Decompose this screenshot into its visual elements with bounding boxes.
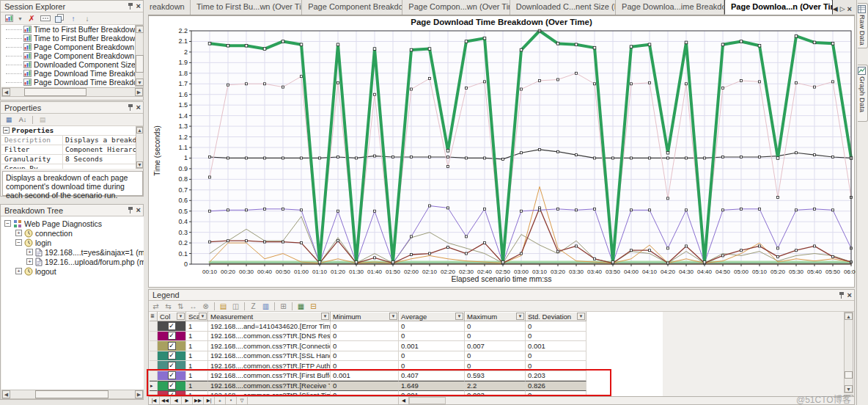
- combine-graphs-icon[interactable]: ⇅: [175, 302, 186, 311]
- session-tree-item[interactable]: Time to First Buffer Breakdown: [1, 25, 135, 34]
- legend-vscrollbar[interactable]: ▲ ▼: [844, 312, 853, 393]
- pin-icon[interactable]: [128, 207, 133, 214]
- cross-with-result-icon[interactable]: ⇆: [163, 302, 174, 311]
- close-icon[interactable]: ×: [136, 207, 141, 214]
- row-selector-cell[interactable]: [150, 371, 158, 382]
- column-header-average[interactable]: Average▼: [399, 312, 465, 321]
- column-header-std-deviation[interactable]: Std. Deviation▼: [526, 312, 586, 321]
- copy-icon[interactable]: ⊞: [278, 302, 289, 311]
- move-down-icon[interactable]: ↓: [81, 13, 93, 23]
- pin-icon[interactable]: [128, 104, 133, 111]
- sort-az-icon[interactable]: A↓: [17, 114, 29, 125]
- legend-row[interactable]: ✓1192.168....common.css?TtR.[FTP Authent…: [150, 361, 663, 371]
- nav-next-icon[interactable]: ▶: [182, 397, 193, 404]
- row-selector-cell[interactable]: ▸: [150, 381, 158, 391]
- row-selector-cell[interactable]: [150, 351, 158, 362]
- graph-tab[interactable]: Page Component Breakdown: [302, 0, 402, 15]
- breakdown-tree-item[interactable]: −login: [1, 238, 144, 247]
- filter-dropdown-icon[interactable]: ▼: [177, 313, 185, 320]
- series-visible-checkbox[interactable]: ✓: [168, 351, 176, 360]
- nav-next-page-icon[interactable]: ▶▶: [193, 397, 204, 404]
- remove-filter-icon[interactable]: ⊗: [200, 302, 211, 311]
- row-selector-cell[interactable]: [150, 341, 158, 351]
- duplicate-icon[interactable]: [54, 13, 65, 23]
- save-icon[interactable]: ◫: [230, 302, 241, 311]
- series-visible-checkbox[interactable]: ✓: [168, 322, 176, 330]
- graph-tab[interactable]: Page Downloa...ime Breakdown: [616, 0, 724, 15]
- legend-row[interactable]: ▸✓1192.168....common.css?TtR.[Receive Ti…: [150, 381, 663, 391]
- pin-icon[interactable]: [128, 3, 133, 10]
- session-tree-item[interactable]: Page Component Breakdown (Over: [1, 51, 135, 60]
- nav-insert-icon[interactable]: +: [215, 397, 226, 404]
- column-header-measurement[interactable]: Measurement▼: [208, 312, 331, 321]
- dropdown-arrow-icon[interactable]: ▼: [17, 13, 23, 23]
- categorized-icon[interactable]: ▦: [3, 114, 15, 125]
- breakdown-tree-item[interactable]: +logout: [1, 266, 144, 276]
- session-tree-item[interactable]: Page Download Time Breakdown: [1, 69, 135, 78]
- graph-tab[interactable]: reakdown: [148, 0, 191, 15]
- session-tree-hscrollbar[interactable]: ◀ ▶: [1, 87, 144, 97]
- row-selector-cell[interactable]: [150, 321, 158, 332]
- side-tab-graph-data[interactable]: Graph Data: [858, 65, 868, 122]
- filter-dropdown-icon[interactable]: ▼: [199, 313, 207, 320]
- nav-first-icon[interactable]: |◀: [149, 397, 160, 404]
- legend-row[interactable]: ✓1192.168....common.css?TtR.[SSL Handsha…: [150, 351, 663, 362]
- graph-tab[interactable]: Time to First Bu...wn (Over Time): [191, 0, 302, 15]
- column-header-sca[interactable]: Sca▼: [186, 312, 208, 321]
- nav-prev-page-icon[interactable]: ◀◀: [160, 397, 171, 404]
- property-row[interactable]: Granularity8 Seconds: [1, 155, 136, 164]
- row-selector-cell[interactable]: [150, 332, 158, 342]
- hscroll-track[interactable]: [409, 397, 446, 404]
- hscroll-left-icon[interactable]: ◀: [398, 397, 409, 404]
- series-visible-checkbox[interactable]: ✓: [168, 362, 176, 370]
- pin-icon[interactable]: [839, 292, 845, 299]
- series-visible-checkbox[interactable]: ✓: [168, 332, 176, 340]
- tab-scroll-left-icon[interactable]: ◀: [833, 5, 838, 12]
- filter-dropdown-icon[interactable]: ▼: [455, 313, 463, 320]
- collapse-icon[interactable]: −: [15, 239, 22, 246]
- collapse-icon[interactable]: −: [3, 127, 10, 134]
- nav-refresh-icon[interactable]: *: [226, 397, 237, 404]
- session-tree-item[interactable]: Time to First Buffer Breakdown (Ove: [1, 34, 135, 43]
- properties-group-header[interactable]: −Properties: [1, 126, 136, 136]
- collapse-icon[interactable]: −: [4, 220, 11, 227]
- property-row[interactable]: FilterComponent Hierarchic: [1, 145, 136, 155]
- breakdown-tree-item[interactable]: −Web Page Diagnostics: [1, 219, 144, 228]
- column-header-maximum[interactable]: Maximum▼: [465, 312, 526, 321]
- legend-row[interactable]: ✓1192.168....and=1410434620.[Error Time]…: [150, 321, 663, 332]
- graph-tab[interactable]: Downloaded C...nent Size (KB): [510, 0, 616, 15]
- filter-dropdown-icon[interactable]: ▼: [321, 313, 329, 320]
- tab-close-icon[interactable]: ×: [847, 6, 852, 12]
- expand-icon[interactable]: +: [15, 230, 22, 236]
- nav-last-icon[interactable]: ▶|: [204, 397, 215, 404]
- series-visible-checkbox[interactable]: ✓: [168, 371, 176, 379]
- breakdown-hscrollbar[interactable]: ◀ ▶: [1, 390, 144, 399]
- open-icon[interactable]: ▤: [218, 302, 229, 311]
- column-chooser-icon[interactable]: ▥: [260, 302, 271, 311]
- properties-vscrollbar[interactable]: ▲ ▼: [136, 126, 144, 169]
- breakdown-tree-item[interactable]: +192.168....t=yes&inajax=1 (main URL): [1, 247, 144, 257]
- property-row[interactable]: DescriptionDisplays a breakdown: [1, 136, 136, 145]
- expand-icon[interactable]: +: [26, 249, 33, 255]
- close-icon[interactable]: ×: [136, 104, 141, 111]
- legend-row[interactable]: ✓1192.168....common.css?TtR.[First Buffe…: [150, 371, 663, 382]
- graph-tab[interactable]: Page Compon...wn (Over Time): [402, 0, 510, 15]
- series-visible-checkbox[interactable]: ✓: [168, 382, 176, 390]
- delete-icon[interactable]: ✗: [26, 13, 37, 23]
- nav-filter-icon[interactable]: ▽: [237, 397, 248, 404]
- session-tree-vscrollbar[interactable]: ▲ ▼: [135, 25, 144, 87]
- merge-graphs-icon[interactable]: ⇄: [150, 302, 161, 311]
- graph-tab[interactable]: Page Downloa...n (Over Time): [724, 0, 833, 15]
- export-excel-icon[interactable]: ▦: [295, 302, 306, 311]
- side-tab-raw-data[interactable]: Raw Data: [858, 3, 868, 48]
- legend-row[interactable]: ✓1192.168....common.css?TtR.[DNS Resolut…: [150, 332, 663, 342]
- property-row[interactable]: Group By: [1, 164, 136, 169]
- add-graph-icon[interactable]: [3, 13, 15, 23]
- breakdown-tree-item[interactable]: +connection: [1, 228, 144, 238]
- rename-icon[interactable]: [40, 13, 51, 23]
- column-header-col[interactable]: Col▼: [158, 312, 186, 321]
- session-tree-item[interactable]: Downloaded Component Size (KB): [1, 60, 135, 69]
- chart-plot[interactable]: 00.10.20.30.40.50.60.70.80.911.11.21.31.…: [149, 28, 856, 274]
- tab-scroll-right-icon[interactable]: ▷: [840, 5, 845, 12]
- grid-options-icon[interactable]: ⊟: [308, 302, 319, 311]
